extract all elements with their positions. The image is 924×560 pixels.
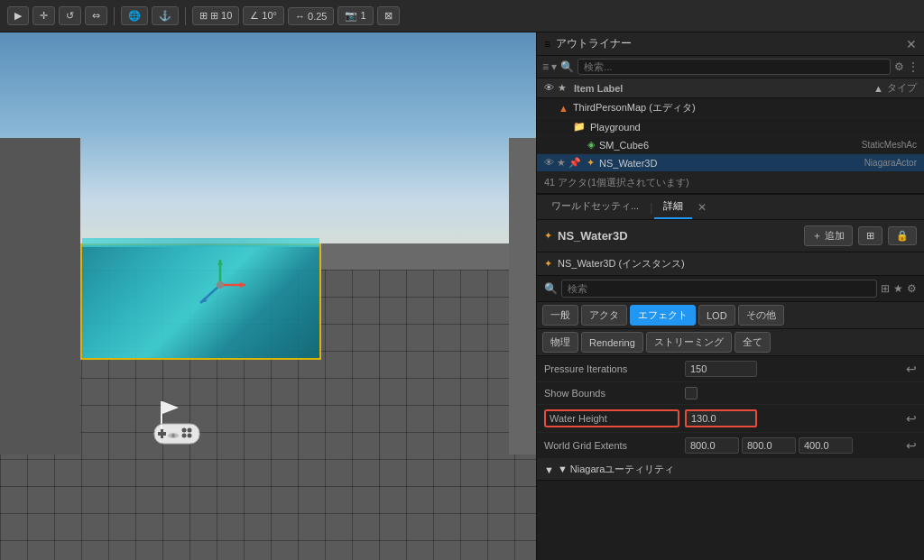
prop-row-water-height: Water Height ↩ [537, 405, 924, 433]
folder-icon: 📁 [573, 121, 586, 133]
camera-button[interactable]: 📷 1 [337, 6, 373, 25]
details-star-button[interactable]: ★ [893, 282, 903, 295]
prop-row-world-grid-extents: World Grid Extents ↩ [537, 433, 924, 459]
outliner-type-header: タイプ [887, 81, 917, 95]
outliner-close-button[interactable]: ✕ [906, 37, 917, 51]
prop-value-show-bounds [685, 387, 917, 399]
left-wall [0, 138, 80, 454]
grid-button[interactable]: ⊞ ⊞ 10 [192, 6, 239, 25]
pin-icon[interactable]: 📌 [568, 157, 581, 169]
water-surface [82, 238, 319, 247]
details-content: Pressure Iterations ↩ Show Bounds Water … [537, 356, 924, 560]
prop-value-pressure-iterations [685, 361, 901, 377]
distance-button[interactable]: ↔ 0.25 [288, 7, 334, 25]
svg-point-14 [182, 434, 187, 438]
prop-reset-water-height[interactable]: ↩ [906, 411, 917, 426]
outliner-filter-button[interactable]: ≡ ▾ [542, 60, 557, 73]
gamepad-icon [150, 397, 204, 454]
outliner-options-button[interactable]: ⋮ [908, 60, 919, 73]
layout-button[interactable]: ⊞ [858, 226, 882, 245]
section-label-niagara: ▼ Niagaraユーティリティ [558, 463, 674, 476]
prop-row-pressure-iterations: Pressure Iterations ↩ [537, 356, 924, 382]
svg-point-6 [217, 281, 224, 289]
details-search-input[interactable] [561, 280, 877, 298]
svg-marker-8 [162, 401, 179, 414]
outliner-row-ns-water3d[interactable]: 👁 ★ 📌 ✦ NS_Water3D NiagaraActor [537, 154, 924, 172]
prop-input-world-grid-z[interactable] [799, 437, 853, 454]
cat-tab-all[interactable]: 全て [735, 332, 771, 353]
maximize-button[interactable]: ⊠ [377, 6, 400, 25]
toolbar-separator-1 [114, 7, 115, 25]
details-grid-button[interactable]: ⊞ [881, 282, 890, 295]
move-tool-button[interactable]: ✛ [32, 6, 55, 25]
cat-tab-actor[interactable]: アクタ [581, 305, 627, 326]
prop-checkbox-show-bounds[interactable] [685, 387, 698, 399]
details-instance-title: NS_Water3D (インスタンス) [558, 257, 685, 271]
svg-rect-11 [158, 432, 166, 436]
svg-marker-3 [217, 260, 223, 265]
outliner-title: アウトライナー [556, 36, 901, 51]
add-component-button[interactable]: ＋ 追加 [804, 225, 853, 246]
outliner-row-name: ThirdPersonMap (エディタ) [573, 101, 917, 115]
cat-tab-physics[interactable]: 物理 [542, 332, 578, 353]
rotate-tool-button[interactable]: ↺ [59, 6, 81, 25]
outliner-settings-button[interactable]: ⚙ [894, 60, 904, 73]
prop-reset-world-grid-extents[interactable]: ↩ [906, 438, 917, 453]
scale-tool-button[interactable]: ⇔ [85, 6, 107, 25]
prop-input-pressure-iterations[interactable] [685, 361, 757, 377]
outliner-header-icons: 👁 ★ [544, 82, 567, 94]
outliner-row-third-person-map[interactable]: ▲ ThirdPersonMap (エディタ) [537, 98, 924, 118]
main-area: ≡ アウトライナー ✕ ≡ ▾ 🔍 ⚙ ⋮ 👁 ★ Item Label ▲ [0, 32, 924, 560]
tab-details[interactable]: 詳細 [654, 195, 692, 219]
prop-label-pressure-iterations: Pressure Iterations [544, 363, 679, 374]
right-wall [509, 138, 536, 454]
outliner-search-input[interactable] [578, 59, 891, 75]
niagara-icon: ✦ [587, 157, 595, 169]
star-header-icon: ★ [558, 82, 567, 94]
prop-input-world-grid-x[interactable] [685, 437, 739, 454]
section-expand-icon: ▼ [544, 464, 554, 475]
world-button[interactable]: 🌐 [121, 6, 148, 25]
cat-tab-streaming[interactable]: ストリーミング [646, 332, 732, 353]
snap-button[interactable]: ⚓ [152, 6, 179, 25]
prop-input-water-height[interactable] [685, 409, 757, 427]
svg-marker-1 [240, 282, 245, 288]
svg-point-17 [171, 434, 175, 437]
cat-tab-general[interactable]: 一般 [542, 305, 578, 326]
outliner-status: 41 アクタ(1個選択されています) [537, 172, 924, 194]
category-tabs-row2: 物理 Rendering ストリーミング 全て [537, 329, 924, 356]
details-panel: ワールドセッティ... | 詳細 ✕ ✦ NS_Water3D ＋ 追加 ⊞ 🔒… [537, 195, 924, 560]
cat-tab-effect[interactable]: エフェクト [630, 305, 696, 326]
star-icon[interactable]: ★ [557, 157, 566, 169]
map-icon: ▲ [559, 103, 568, 114]
cat-tab-other[interactable]: その他 [738, 305, 784, 326]
outliner-row-sm-cube6[interactable]: ◈ SM_Cube6 StaticMeshAc [537, 136, 924, 154]
transform-gizmo[interactable] [193, 258, 247, 312]
outliner-row-name: NS_Water3D [599, 158, 864, 169]
prop-label-show-bounds: Show Bounds [544, 388, 679, 399]
instance-icon: ✦ [544, 258, 552, 270]
select-tool-button[interactable]: ▶ [7, 6, 29, 25]
details-search-bar: 🔍 ⊞ ★ ⚙ [537, 276, 924, 302]
viewport[interactable] [0, 32, 536, 560]
section-header-niagara[interactable]: ▼ ▼ Niagaraユーティリティ [537, 459, 924, 481]
tab-close-button[interactable]: ✕ [698, 201, 707, 214]
svg-point-12 [182, 428, 187, 433]
tab-world-settings[interactable]: ワールドセッティ... [542, 195, 648, 219]
eye-icon[interactable]: 👁 [544, 157, 554, 169]
outliner-row-playground[interactable]: 📁 Playground [537, 118, 924, 136]
svg-point-13 [188, 428, 192, 433]
prop-value-world-grid-extents [685, 437, 901, 454]
outliner-column-header: 👁 ★ Item Label ▲ タイプ [537, 78, 924, 98]
cat-tab-lod[interactable]: LOD [698, 305, 735, 326]
outliner-icon: ≡ [544, 38, 550, 50]
angle-button[interactable]: ∠ 10° [243, 6, 284, 25]
cat-tab-rendering[interactable]: Rendering [581, 332, 643, 353]
sort-arrow-icon: ▲ [873, 83, 883, 94]
outliner-item-label-header[interactable]: Item Label [574, 83, 873, 94]
lock-button[interactable]: 🔒 [888, 226, 917, 245]
prop-reset-pressure-iterations[interactable]: ↩ [906, 362, 917, 376]
prop-label-water-height: Water Height [544, 409, 679, 427]
prop-input-world-grid-y[interactable] [742, 437, 796, 454]
details-settings-button[interactable]: ⚙ [907, 282, 917, 295]
